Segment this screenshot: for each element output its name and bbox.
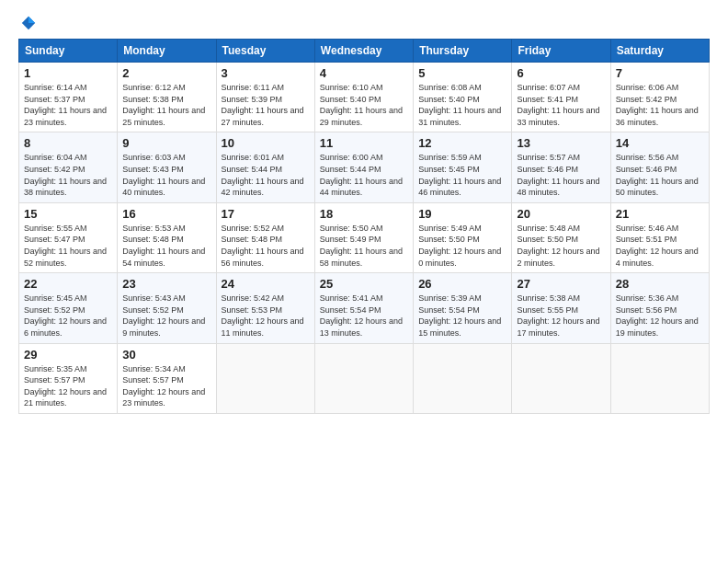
day-number: 14 — [616, 136, 704, 150]
day-info: Sunrise: 5:56 AM Sunset: 5:46 PM Dayligh… — [616, 152, 704, 198]
day-info: Sunrise: 5:55 AM Sunset: 5:47 PM Dayligh… — [24, 223, 112, 269]
day-number: 17 — [222, 207, 310, 221]
svg-marker-1 — [28, 17, 35, 23]
table-row: 16Sunrise: 5:53 AM Sunset: 5:48 PM Dayli… — [118, 202, 216, 272]
table-row: 19Sunrise: 5:49 AM Sunset: 5:50 PM Dayli… — [414, 202, 512, 272]
day-number: 16 — [122, 207, 210, 221]
table-row: 25Sunrise: 5:41 AM Sunset: 5:54 PM Dayli… — [314, 273, 413, 343]
table-row — [216, 343, 314, 413]
day-info: Sunrise: 6:04 AM Sunset: 5:42 PM Dayligh… — [24, 152, 112, 198]
day-info: Sunrise: 5:35 AM Sunset: 5:57 PM Dayligh… — [24, 363, 112, 409]
day-number: 1 — [24, 66, 112, 80]
day-info: Sunrise: 5:48 AM Sunset: 5:50 PM Dayligh… — [517, 223, 605, 269]
day-number: 22 — [24, 277, 112, 291]
col-wednesday: Wednesday — [314, 40, 413, 63]
table-row: 1Sunrise: 6:14 AM Sunset: 5:37 PM Daylig… — [19, 63, 118, 132]
table-row: 27Sunrise: 5:38 AM Sunset: 5:55 PM Dayli… — [512, 273, 610, 343]
day-info: Sunrise: 5:53 AM Sunset: 5:48 PM Dayligh… — [122, 223, 210, 269]
col-saturday: Saturday — [610, 40, 709, 63]
table-row: 3Sunrise: 6:11 AM Sunset: 5:39 PM Daylig… — [216, 63, 314, 132]
table-row: 12Sunrise: 5:59 AM Sunset: 5:45 PM Dayli… — [414, 132, 512, 202]
day-info: Sunrise: 5:36 AM Sunset: 5:56 PM Dayligh… — [616, 293, 704, 339]
table-row: 29Sunrise: 5:35 AM Sunset: 5:57 PM Dayli… — [19, 343, 118, 413]
logo-icon — [20, 15, 37, 31]
table-row: 21Sunrise: 5:46 AM Sunset: 5:51 PM Dayli… — [610, 202, 709, 272]
day-number: 30 — [122, 348, 210, 362]
day-info: Sunrise: 5:46 AM Sunset: 5:51 PM Dayligh… — [616, 223, 704, 269]
table-row: 15Sunrise: 5:55 AM Sunset: 5:47 PM Dayli… — [19, 202, 118, 272]
col-sunday: Sunday — [19, 40, 118, 63]
day-info: Sunrise: 6:03 AM Sunset: 5:43 PM Dayligh… — [122, 152, 210, 198]
day-number: 25 — [320, 277, 408, 291]
day-info: Sunrise: 6:10 AM Sunset: 5:40 PM Dayligh… — [320, 82, 408, 128]
day-number: 11 — [320, 136, 408, 150]
table-row — [314, 343, 413, 413]
day-number: 18 — [320, 207, 408, 221]
table-row: 28Sunrise: 5:36 AM Sunset: 5:56 PM Dayli… — [610, 273, 709, 343]
table-row: 23Sunrise: 5:43 AM Sunset: 5:52 PM Dayli… — [118, 273, 216, 343]
day-number: 21 — [616, 207, 704, 221]
day-number: 6 — [517, 66, 605, 80]
table-row: 7Sunrise: 6:06 AM Sunset: 5:42 PM Daylig… — [610, 63, 709, 132]
table-row — [414, 343, 512, 413]
table-row: 4Sunrise: 6:10 AM Sunset: 5:40 PM Daylig… — [314, 63, 413, 132]
day-number: 7 — [616, 66, 704, 80]
day-info: Sunrise: 5:34 AM Sunset: 5:57 PM Dayligh… — [122, 363, 210, 409]
day-number: 19 — [418, 207, 506, 221]
table-row: 24Sunrise: 5:42 AM Sunset: 5:53 PM Dayli… — [216, 273, 314, 343]
table-row: 9Sunrise: 6:03 AM Sunset: 5:43 PM Daylig… — [118, 132, 216, 202]
day-info: Sunrise: 5:42 AM Sunset: 5:53 PM Dayligh… — [222, 293, 310, 339]
day-info: Sunrise: 5:45 AM Sunset: 5:52 PM Dayligh… — [24, 293, 112, 339]
day-number: 12 — [418, 136, 506, 150]
day-info: Sunrise: 6:11 AM Sunset: 5:39 PM Dayligh… — [222, 82, 310, 128]
logo — [18, 15, 37, 31]
day-number: 2 — [122, 66, 210, 80]
col-monday: Monday — [118, 40, 216, 63]
day-info: Sunrise: 5:43 AM Sunset: 5:52 PM Dayligh… — [122, 293, 210, 339]
table-row: 5Sunrise: 6:08 AM Sunset: 5:40 PM Daylig… — [414, 63, 512, 132]
col-thursday: Thursday — [414, 40, 512, 63]
day-info: Sunrise: 5:52 AM Sunset: 5:48 PM Dayligh… — [222, 223, 310, 269]
day-number: 3 — [222, 66, 310, 80]
day-number: 5 — [418, 66, 506, 80]
day-info: Sunrise: 6:14 AM Sunset: 5:37 PM Dayligh… — [24, 82, 112, 128]
table-row: 6Sunrise: 6:07 AM Sunset: 5:41 PM Daylig… — [512, 63, 610, 132]
day-number: 20 — [517, 207, 605, 221]
day-number: 28 — [616, 277, 704, 291]
table-row: 8Sunrise: 6:04 AM Sunset: 5:42 PM Daylig… — [19, 132, 118, 202]
table-row: 20Sunrise: 5:48 AM Sunset: 5:50 PM Dayli… — [512, 202, 610, 272]
header — [18, 15, 710, 31]
col-friday: Friday — [512, 40, 610, 63]
day-info: Sunrise: 5:39 AM Sunset: 5:54 PM Dayligh… — [418, 293, 506, 339]
table-row: 17Sunrise: 5:52 AM Sunset: 5:48 PM Dayli… — [216, 202, 314, 272]
table-row: 13Sunrise: 5:57 AM Sunset: 5:46 PM Dayli… — [512, 132, 610, 202]
table-row — [512, 343, 610, 413]
day-number: 8 — [24, 136, 112, 150]
page: Sunday Monday Tuesday Wednesday Thursday… — [0, 0, 728, 563]
day-number: 10 — [222, 136, 310, 150]
table-row: 10Sunrise: 6:01 AM Sunset: 5:44 PM Dayli… — [216, 132, 314, 202]
day-info: Sunrise: 6:00 AM Sunset: 5:44 PM Dayligh… — [320, 152, 408, 198]
day-info: Sunrise: 5:49 AM Sunset: 5:50 PM Dayligh… — [418, 223, 506, 269]
table-row: 11Sunrise: 6:00 AM Sunset: 5:44 PM Dayli… — [314, 132, 413, 202]
day-info: Sunrise: 6:08 AM Sunset: 5:40 PM Dayligh… — [418, 82, 506, 128]
day-info: Sunrise: 5:59 AM Sunset: 5:45 PM Dayligh… — [418, 152, 506, 198]
day-info: Sunrise: 6:07 AM Sunset: 5:41 PM Dayligh… — [517, 82, 605, 128]
day-number: 24 — [222, 277, 310, 291]
day-number: 29 — [24, 348, 112, 362]
day-info: Sunrise: 6:01 AM Sunset: 5:44 PM Dayligh… — [222, 152, 310, 198]
day-info: Sunrise: 5:57 AM Sunset: 5:46 PM Dayligh… — [517, 152, 605, 198]
day-number: 4 — [320, 66, 408, 80]
day-number: 27 — [517, 277, 605, 291]
calendar: Sunday Monday Tuesday Wednesday Thursday… — [18, 39, 710, 414]
table-row: 2Sunrise: 6:12 AM Sunset: 5:38 PM Daylig… — [118, 63, 216, 132]
day-info: Sunrise: 6:06 AM Sunset: 5:42 PM Dayligh… — [616, 82, 704, 128]
table-row: 18Sunrise: 5:50 AM Sunset: 5:49 PM Dayli… — [314, 202, 413, 272]
table-row — [610, 343, 709, 413]
day-number: 26 — [418, 277, 506, 291]
table-row: 26Sunrise: 5:39 AM Sunset: 5:54 PM Dayli… — [414, 273, 512, 343]
calendar-header-row: Sunday Monday Tuesday Wednesday Thursday… — [19, 40, 710, 63]
day-info: Sunrise: 5:38 AM Sunset: 5:55 PM Dayligh… — [517, 293, 605, 339]
table-row: 14Sunrise: 5:56 AM Sunset: 5:46 PM Dayli… — [610, 132, 709, 202]
table-row: 22Sunrise: 5:45 AM Sunset: 5:52 PM Dayli… — [19, 273, 118, 343]
